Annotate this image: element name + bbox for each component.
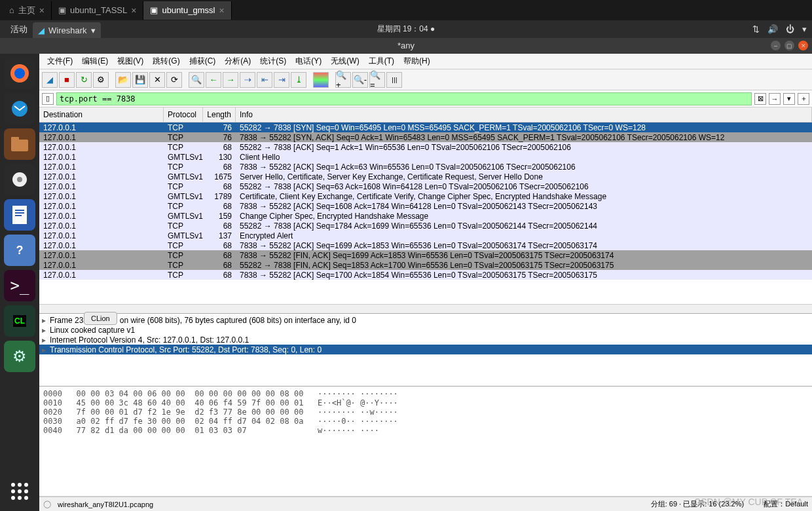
- packet-row[interactable]: 127.0.0.1GMTLSv11789Certificate, Client …: [39, 191, 812, 201]
- menu-item[interactable]: 帮助(H): [399, 54, 434, 68]
- terminal-icon[interactable]: >_: [4, 270, 35, 301]
- menu-item[interactable]: 视图(V): [113, 54, 147, 68]
- close-file-button[interactable]: ✕: [149, 72, 165, 88]
- packet-row[interactable]: 127.0.0.1TCP767838 → 55282 [SYN, ACK] Se…: [39, 132, 812, 142]
- volume-icon[interactable]: 🔊: [767, 24, 778, 34]
- menu-item[interactable]: 分析(A): [221, 54, 255, 68]
- expert-info-icon[interactable]: ◯: [43, 500, 51, 508]
- col-destination[interactable]: Destination: [39, 107, 164, 122]
- packet-row[interactable]: 127.0.0.1TCP687838 → 55282 [ACK] Seq=160…: [39, 201, 812, 211]
- clion-icon[interactable]: CL: [4, 305, 35, 337]
- show-apps-button[interactable]: [4, 476, 35, 507]
- files-icon[interactable]: [4, 128, 35, 160]
- packet-row[interactable]: 127.0.0.1GMTLSv1159Change Cipher Spec, E…: [39, 211, 812, 221]
- tab-close-icon[interactable]: ×: [219, 5, 224, 16]
- packet-list[interactable]: Destination Protocol Length Info 127.0.0…: [39, 107, 812, 304]
- restart-capture-button[interactable]: ↻: [76, 72, 92, 88]
- packet-row[interactable]: 127.0.0.1TCP687838 → 55282 [ACK] Seq=1 A…: [39, 162, 812, 172]
- clear-filter-button[interactable]: ⊠: [754, 93, 766, 105]
- resize-columns-button[interactable]: ⫼: [386, 72, 402, 88]
- detail-row[interactable]: ▸Transmission Control Protocol, Src Port…: [39, 345, 812, 354]
- col-length[interactable]: Length: [203, 107, 236, 122]
- tab-label: 主页: [18, 5, 35, 16]
- firefox-icon[interactable]: [4, 58, 35, 89]
- activities-button[interactable]: 活动: [5, 24, 33, 35]
- menu-item[interactable]: 工具(T): [365, 54, 398, 68]
- display-filter-input[interactable]: [56, 92, 752, 105]
- zoom-in-button[interactable]: 🔍+: [335, 72, 351, 88]
- menu-item[interactable]: 统计(S): [256, 54, 290, 68]
- packet-row[interactable]: 127.0.0.1GMTLSv1130Client Hello: [39, 152, 812, 162]
- horizontal-scrollbar[interactable]: [39, 304, 812, 313]
- go-first-button[interactable]: ⇤: [257, 72, 272, 88]
- packet-row[interactable]: 127.0.0.1TCP687838 → 55282 [FIN, ACK] Se…: [39, 250, 812, 260]
- detail-row[interactable]: ▸Frame 23: 76 bytes on wire (608 bits), …: [39, 315, 812, 325]
- recent-filter-button[interactable]: ▾: [783, 93, 795, 105]
- browser-tab[interactable]: ▣ubuntu_gmssl×: [143, 1, 231, 20]
- power-icon[interactable]: ⏻: [786, 24, 794, 34]
- packet-row[interactable]: 127.0.0.1TCP6855282 → 7838 [ACK] Seq=1 A…: [39, 142, 812, 152]
- help-icon[interactable]: ?: [4, 235, 35, 266]
- packet-bytes[interactable]: 0000 00 00 03 04 00 06 00 00 00 00 00 00…: [39, 387, 812, 497]
- packet-row[interactable]: 127.0.0.1TCP7655282 → 7838 [SYN] Seq=0 W…: [39, 123, 812, 132]
- col-info[interactable]: Info: [236, 107, 812, 122]
- menu-item[interactable]: 跳转(G): [149, 54, 183, 68]
- find-button[interactable]: 🔍: [189, 72, 204, 88]
- profile-label[interactable]: 配置：Default: [764, 499, 808, 509]
- app-icon[interactable]: ⚙: [4, 341, 35, 372]
- menu-item[interactable]: 电话(Y): [291, 54, 325, 68]
- packet-counts: 分组: 69 · 已显示: 16 (23.2%): [651, 499, 744, 509]
- close-button[interactable]: ✕: [798, 41, 808, 50]
- clion-popup[interactable]: CLion: [84, 312, 117, 325]
- menu-item[interactable]: 无线(W): [327, 54, 363, 68]
- bookmark-filter-icon[interactable]: ▯: [42, 93, 54, 105]
- open-file-button[interactable]: 📂: [115, 72, 131, 88]
- packet-row[interactable]: 127.0.0.1TCP687838 → 55282 [ACK] Seq=170…: [39, 270, 812, 280]
- start-capture-button[interactable]: ◢: [42, 72, 58, 88]
- maximize-button[interactable]: ▢: [784, 41, 794, 50]
- browser-tab[interactable]: ▣ubuntu_TASSL×: [52, 1, 143, 20]
- thunderbird-icon[interactable]: [4, 93, 35, 124]
- tab-close-icon[interactable]: ×: [131, 5, 136, 16]
- packet-row[interactable]: 127.0.0.1TCP687838 → 55282 [ACK] Seq=169…: [39, 240, 812, 250]
- apply-filter-button[interactable]: →: [769, 93, 781, 105]
- capture-options-button[interactable]: ⚙: [93, 72, 109, 88]
- packet-row[interactable]: 127.0.0.1TCP6855282 → 7838 [ACK] Seq=63 …: [39, 181, 812, 191]
- add-filter-button[interactable]: ＋: [798, 93, 809, 105]
- colorize-button[interactable]: [313, 72, 329, 88]
- chevron-down-icon[interactable]: ▾: [802, 24, 807, 34]
- autoscroll-button[interactable]: ⤓: [291, 72, 306, 88]
- rhythmbox-icon[interactable]: [4, 164, 35, 195]
- go-forward-button[interactable]: →: [223, 72, 238, 88]
- detail-row[interactable]: ▸Internet Protocol Version 4, Src: 127.0…: [39, 335, 812, 345]
- minimize-button[interactable]: –: [771, 41, 781, 50]
- tab-close-icon[interactable]: ×: [39, 5, 45, 16]
- expand-icon[interactable]: ▸: [42, 316, 50, 325]
- packet-row[interactable]: 127.0.0.1TCP6855282 → 7838 [ACK] Seq=178…: [39, 221, 812, 231]
- expand-icon[interactable]: ▸: [42, 326, 50, 335]
- go-last-button[interactable]: ⇥: [274, 72, 289, 88]
- save-file-button[interactable]: 💾: [132, 72, 148, 88]
- packet-details[interactable]: ▸Frame 23: 76 bytes on wire (608 bits), …: [39, 313, 812, 387]
- browser-tab[interactable]: ⌂主页×: [3, 1, 52, 20]
- app-menu[interactable]: ◢ Wireshark ▾: [33, 22, 101, 38]
- expand-icon[interactable]: ▸: [42, 345, 50, 354]
- go-back-button[interactable]: ←: [206, 72, 221, 88]
- zoom-reset-button[interactable]: 🔍=: [369, 72, 385, 88]
- go-to-packet-button[interactable]: ⇢: [240, 72, 255, 88]
- packet-row[interactable]: 127.0.0.1GMTLSv1137Encrypted Alert: [39, 231, 812, 240]
- writer-icon[interactable]: [4, 199, 35, 231]
- reload-button[interactable]: ⟳: [166, 72, 182, 88]
- menu-item[interactable]: 捕获(C): [185, 54, 220, 68]
- stop-capture-button[interactable]: ■: [59, 72, 75, 88]
- menu-item[interactable]: 文件(F): [43, 54, 77, 68]
- packet-row[interactable]: 127.0.0.1TCP6855282 → 7838 [FIN, ACK] Se…: [39, 260, 812, 270]
- detail-row[interactable]: ▸Linux cooked capture v1: [39, 325, 812, 335]
- zoom-out-button[interactable]: 🔍-: [352, 72, 368, 88]
- packet-row[interactable]: 127.0.0.1GMTLSv11675Server Hello, Certif…: [39, 172, 812, 181]
- network-icon[interactable]: ⇅: [752, 24, 760, 34]
- expand-icon[interactable]: ▸: [42, 335, 50, 345]
- clock[interactable]: 星期四 19：04 ●: [377, 24, 435, 35]
- menu-item[interactable]: 编辑(E): [78, 54, 112, 68]
- col-protocol[interactable]: Protocol: [164, 107, 203, 122]
